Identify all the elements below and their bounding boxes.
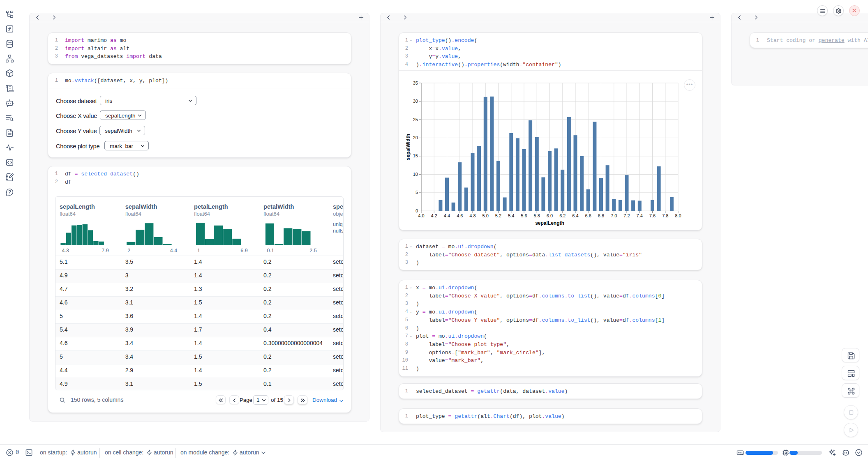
svg-text:sepalWidth: sepalWidth [405, 134, 411, 160]
svg-text:7.0: 7.0 [611, 213, 617, 218]
svg-text:5.6: 5.6 [521, 213, 527, 218]
svg-text:35: 35 [413, 81, 418, 85]
svg-text:5.8: 5.8 [534, 213, 540, 218]
svg-text:6.4: 6.4 [572, 213, 578, 218]
svg-text:4.4: 4.4 [444, 213, 450, 218]
svg-text:25: 25 [413, 117, 418, 122]
svg-text:15: 15 [413, 153, 418, 158]
svg-text:4.0: 4.0 [418, 213, 424, 218]
svg-text:4.8: 4.8 [469, 213, 476, 218]
svg-text:7.6: 7.6 [649, 213, 656, 218]
svg-text:5.0: 5.0 [482, 213, 489, 218]
svg-text:5.2: 5.2 [495, 213, 501, 218]
svg-text:8.0: 8.0 [675, 213, 681, 218]
svg-text:4.2: 4.2 [431, 213, 437, 218]
svg-text:7.4: 7.4 [637, 213, 643, 218]
svg-text:20: 20 [413, 135, 418, 140]
svg-text:6.2: 6.2 [559, 213, 566, 218]
svg-text:4.6: 4.6 [457, 213, 463, 218]
svg-text:6.8: 6.8 [598, 213, 604, 218]
svg-text:6.6: 6.6 [585, 213, 591, 218]
svg-text:6.0: 6.0 [547, 213, 553, 218]
svg-text:sepalLength: sepalLength [535, 220, 564, 226]
svg-text:7.2: 7.2 [623, 213, 630, 218]
svg-text:5.4: 5.4 [508, 213, 514, 218]
svg-text:0: 0 [416, 208, 418, 213]
svg-text:7.8: 7.8 [662, 213, 668, 218]
svg-text:5: 5 [416, 190, 418, 195]
svg-text:30: 30 [413, 99, 418, 104]
svg-text:10: 10 [413, 172, 418, 177]
